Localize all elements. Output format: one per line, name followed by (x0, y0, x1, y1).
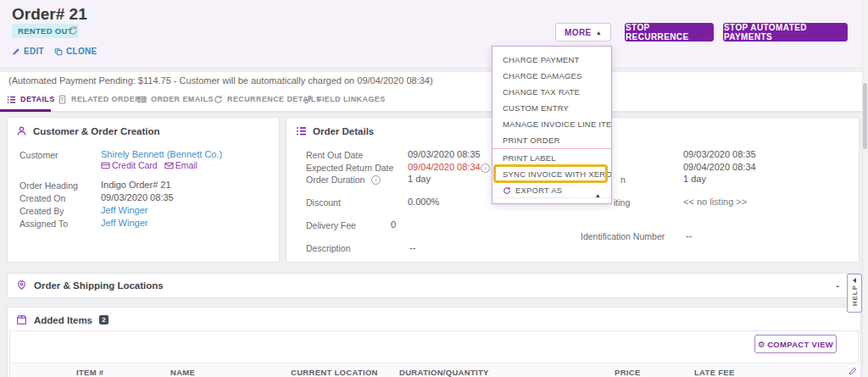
identification-number-label: Identification Number (581, 231, 665, 241)
col-header-price: PRICE (615, 368, 641, 377)
assigned-to-label: Assigned To (19, 219, 68, 229)
export-as-label: EXPORT AS (515, 182, 562, 198)
payment-notification-text: (Automated Payment Pending: $114.75 - Cu… (8, 75, 433, 86)
expected-return-info-icon[interactable]: i (481, 164, 490, 173)
refresh-icon[interactable] (68, 25, 78, 36)
discount-value: 0.000% (408, 197, 439, 207)
col-header-current-location: CURRENT LOCATION (291, 368, 378, 377)
tab-related-orders[interactable]: RELATED ORDERS (58, 89, 146, 109)
created-by-link[interactable]: Jeff Winger (101, 205, 147, 215)
col-header-item-number: ITEM # (76, 368, 103, 377)
email-icon (164, 161, 174, 170)
active-tab-underline (0, 109, 51, 112)
edit-columns-pencil-icon[interactable] (849, 367, 857, 375)
customer-label: Customer (19, 150, 58, 160)
email-link[interactable]: Email (164, 160, 198, 170)
col-header-late-fee: LATE FEE (694, 368, 735, 377)
clone-label: CLONE (66, 47, 97, 56)
order-heading-value: Indigo Order# 21 (101, 180, 171, 190)
help-tab-label: HELP (851, 285, 859, 306)
order-duration-info-icon[interactable]: i (371, 175, 381, 185)
more-label: MORE (565, 28, 592, 37)
menu-item-charge-damages[interactable]: CHARGE DAMAGES (492, 68, 611, 84)
menu-item-charge-payment[interactable]: CHARGE PAYMENT (492, 52, 611, 68)
scrollbar-thumb[interactable] (863, 83, 867, 149)
list-icon (296, 125, 307, 136)
collapse-panel-button[interactable]: - (836, 280, 839, 292)
menu-item-change-tax-rate[interactable]: CHANGE TAX RATE (492, 84, 611, 100)
recurrence-icon (214, 95, 223, 104)
added-items-title: Added Items (34, 315, 92, 325)
order-shipping-locations-panel: Order & Shipping Locations - (7, 273, 860, 298)
col-header-name: NAME (170, 368, 195, 377)
menu-item-custom-entry[interactable]: CUSTOM ENTRY (492, 100, 611, 116)
order-duration-label: Order Duration (306, 175, 364, 185)
edit-button[interactable]: EDIT (12, 47, 44, 56)
customer-name-link[interactable]: Shirely Bennett (Bennett Co.) (101, 149, 222, 159)
tab-order-emails-label: ORDER EMAILS (151, 95, 214, 103)
list-icon (7, 95, 16, 104)
expected-return-value: 09/04/2020 08:34 (408, 162, 481, 172)
order-heading-label: Order Heading (19, 180, 78, 191)
box-icon (16, 314, 27, 325)
tab-details[interactable]: DETAILS (7, 89, 55, 109)
right-col-row1-value: 09/03/2020 08:35 (683, 149, 756, 159)
order-details-title: Order Details (313, 126, 374, 136)
gear-icon: ⚙ (758, 340, 765, 349)
credit-card-icon (101, 161, 110, 170)
customer-order-creation-panel: Customer & Order Creation Customer Shire… (7, 117, 280, 263)
listing-value: << no listing >> (683, 197, 747, 207)
tab-bar: DETAILS RELATED ORDERS ORDER EMAILS RECU… (0, 89, 868, 113)
tab-field-linkages[interactable]: FIELD LINKAGES (303, 89, 386, 109)
menu-item-sync-invoice-with-xero[interactable]: SYNC INVOICE WITH XERO (492, 166, 611, 182)
col-header-duration-quantity: DURATION/QUANTITY (399, 368, 489, 377)
person-icon (16, 125, 27, 136)
description-value: -- (409, 242, 415, 252)
envelope-icon (137, 95, 147, 104)
identification-number-value: -- (686, 230, 692, 241)
assigned-to-link[interactable]: Jeff Winger (101, 218, 147, 228)
description-label: Description (306, 243, 351, 253)
chevron-left-icon (853, 278, 856, 283)
right-col-row3-value: 1 day (683, 174, 706, 184)
more-button[interactable]: MORE ▲ (555, 23, 611, 42)
created-on-value: 09/03/2020 08:35 (101, 192, 174, 202)
compact-view-label: COMPACT VIEW (767, 340, 833, 349)
expected-return-label: Expected Return Date (306, 163, 393, 173)
delivery-fee-label: Delivery Fee (306, 220, 356, 230)
listing-label-fragment: iting (614, 197, 630, 208)
compact-view-button[interactable]: ⚙ COMPACT VIEW (754, 335, 837, 353)
header-band: Order# 21 RENTED OUT EDIT CLONE MORE ▲ S… (0, 0, 868, 69)
items-table-header-row: ITEM # NAME CURRENT LOCATION DURATION/QU… (11, 363, 859, 377)
edit-label: EDIT (24, 47, 44, 56)
menu-item-manage-invoice-line-items[interactable]: MANAGE INVOICE LINE ITEMS (492, 116, 611, 132)
tab-order-emails[interactable]: ORDER EMAILS (137, 89, 214, 109)
delivery-fee-value: 0 (391, 219, 396, 230)
link-icon (303, 95, 313, 104)
menu-item-print-order[interactable]: PRINT ORDER (492, 132, 611, 148)
discount-label: Discount (306, 197, 341, 208)
stop-automated-payments-button[interactable]: STOP AUTOMATED PAYMENTS (723, 23, 848, 42)
right-col-row2-value: 09/04/2020 08:34 (683, 162, 756, 172)
menu-item-as-csv-clipped[interactable]: AS CSV (492, 199, 611, 204)
tab-related-orders-label: RELATED ORDERS (71, 95, 146, 103)
rent-out-date-value: 09/03/2020 08:35 (408, 149, 481, 159)
tab-details-label: DETAILS (20, 95, 55, 103)
copy-icon (54, 47, 63, 56)
clone-button[interactable]: CLONE (54, 47, 97, 56)
payment-notification-bar: (Automated Payment Pending: $114.75 - Cu… (0, 71, 868, 90)
locations-panel-title: Order & Shipping Locations (34, 280, 164, 291)
scrollbar-track (862, 0, 868, 377)
export-icon (503, 186, 511, 195)
tab-field-linkages-label: FIELD LINKAGES (317, 95, 386, 103)
created-on-label: Created On (19, 193, 65, 203)
caret-up-icon: ▲ (596, 30, 602, 36)
credit-card-link[interactable]: Credit Card (101, 160, 158, 170)
created-by-label: Created By (19, 206, 64, 216)
menu-item-export-as[interactable]: EXPORT AS ▲ (492, 182, 611, 198)
help-tab[interactable]: HELP (847, 274, 862, 313)
page-title: Order# 21 (12, 5, 87, 24)
file-icon (58, 95, 67, 104)
menu-item-print-label[interactable]: PRINT LABEL (492, 150, 611, 166)
stop-recurrence-button[interactable]: STOP RECURRENCE (625, 23, 714, 42)
